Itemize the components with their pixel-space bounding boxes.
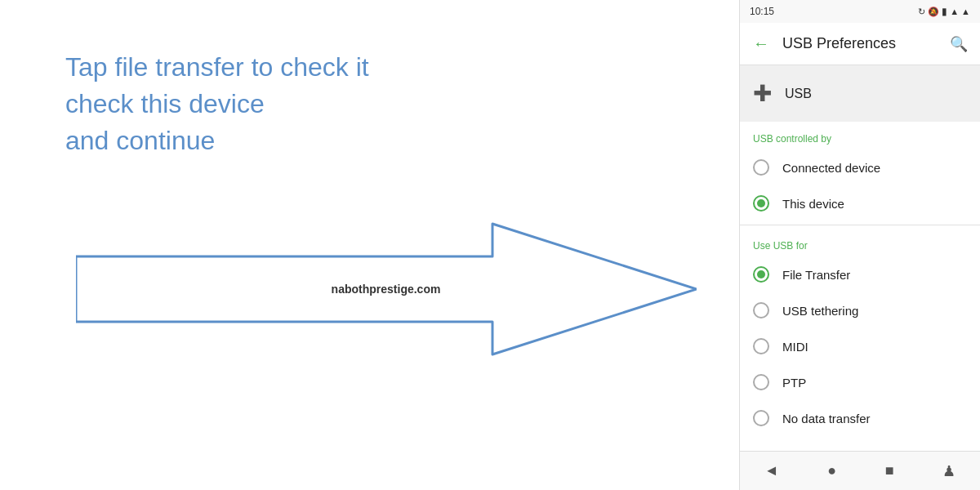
instruction-line1: Tap file transfer to check it (65, 49, 369, 86)
radio-circle-ptp (753, 374, 769, 390)
radio-usb-tethering[interactable]: USB tethering (740, 292, 980, 328)
wifi-icon: ▲ (950, 7, 959, 16)
use-usb-for-label: Use USB for (740, 229, 980, 256)
usb-icon: ✚ (753, 80, 772, 107)
ptp-label: PTP (782, 376, 806, 390)
nav-back-icon: ◄ (764, 462, 779, 479)
usb-icon-section: ✚ USB (740, 65, 980, 122)
scroll-content: USB controlled by Connected device This … (740, 122, 980, 451)
instruction-line3: and continue (65, 122, 369, 159)
usb-label: USB (785, 87, 812, 101)
status-icons: ↻ 🔕 ▮ ▲ ▲ (918, 6, 970, 17)
instruction-line2: check this device (65, 86, 369, 122)
nav-assist-button[interactable]: ♟ (936, 456, 962, 487)
search-button[interactable]: 🔍 (944, 29, 973, 59)
left-panel: Tap file transfer to check it check this… (0, 0, 739, 490)
radio-circle-this-device (753, 195, 769, 212)
radio-this-device[interactable]: This device (740, 185, 980, 221)
radio-circle-usb-tethering (753, 302, 769, 318)
search-icon: 🔍 (950, 35, 968, 53)
arrow-area: nabothprestige.com (65, 207, 706, 371)
radio-midi[interactable]: MIDI (740, 328, 980, 364)
nav-home-icon: ● (827, 462, 836, 479)
usb-tethering-label: USB tethering (782, 304, 858, 318)
status-bar: 10:15 ↻ 🔕 ▮ ▲ ▲ (740, 0, 980, 23)
radio-no-data-transfer[interactable]: No data transfer (740, 400, 980, 436)
nav-assist-icon: ♟ (942, 463, 956, 479)
radio-connected-device[interactable]: Connected device (740, 149, 980, 185)
radio-file-transfer[interactable]: File Transfer (740, 256, 980, 292)
no-data-transfer-label: No data transfer (782, 412, 871, 425)
radio-ptp[interactable]: PTP (740, 364, 980, 400)
file-transfer-label: File Transfer (782, 268, 850, 282)
usb-controlled-by-label: USB controlled by (740, 122, 980, 149)
network-icon: ▲ (961, 7, 970, 16)
section-divider-1 (740, 225, 980, 225)
nav-home-button[interactable]: ● (821, 456, 843, 486)
status-time: 10:15 (750, 6, 774, 17)
radio-circle-file-transfer (753, 266, 769, 283)
this-device-label: This device (782, 197, 844, 211)
app-bar: ← USB Preferences 🔍 (740, 23, 980, 65)
watermark-text: nabothprestige.com (332, 283, 441, 296)
nav-back-button[interactable]: ◄ (758, 456, 786, 486)
midi-label: MIDI (782, 340, 808, 354)
back-button[interactable]: ← (746, 29, 776, 59)
back-icon: ← (753, 34, 769, 53)
radio-circle-no-data (753, 410, 769, 426)
radio-circle-midi (753, 338, 769, 354)
signal-icon: ↻ (918, 7, 925, 17)
page-title: USB Preferences (782, 35, 944, 52)
radio-circle-connected (753, 159, 769, 176)
connected-device-label: Connected device (782, 161, 880, 175)
mute-icon: 🔕 (928, 7, 939, 17)
nav-recent-icon: ■ (885, 462, 894, 479)
nav-bar: ◄ ● ■ ♟ (740, 451, 980, 490)
nav-recent-button[interactable]: ■ (879, 456, 901, 486)
right-panel: 10:15 ↻ 🔕 ▮ ▲ ▲ ← USB Preferences 🔍 ✚ US… (739, 0, 980, 490)
battery-icon: ▮ (942, 6, 947, 17)
instruction-text: Tap file transfer to check it check this… (65, 49, 369, 158)
